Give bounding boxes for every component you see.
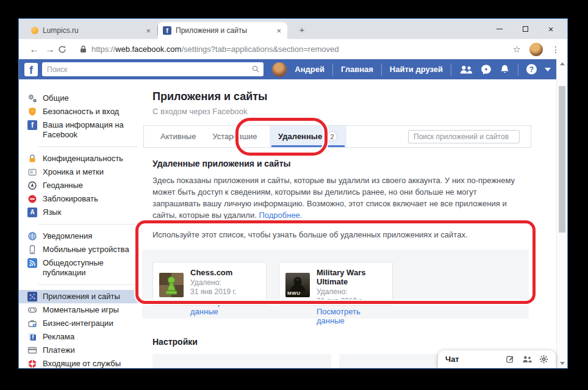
sidebar-item-language[interactable]: A Язык (19, 206, 138, 219)
user-avatar[interactable] (272, 62, 287, 77)
reload-icon[interactable] (58, 45, 74, 54)
maximize-icon (523, 26, 528, 32)
find-friends-link[interactable]: Найти друзей (390, 65, 443, 74)
sidebar-item-apps-websites[interactable]: Приложения и сайты (19, 290, 138, 303)
sidebar-item-business-integrations[interactable]: Бизнес-интеграции (19, 317, 138, 330)
sidebar-item-label: Приложения и сайты (43, 292, 120, 302)
sidebar-item-location[interactable]: Геоданные (19, 179, 138, 192)
scroll-up-icon[interactable] (560, 62, 565, 65)
shield-icon (27, 107, 37, 117)
back-icon[interactable]: ← (26, 44, 42, 54)
header-divider (332, 63, 333, 76)
browser-menu-icon[interactable]: ⋮ (551, 45, 560, 54)
sidebar-item-mobile[interactable]: Мобильные устройства (19, 243, 138, 256)
messenger-icon[interactable] (481, 64, 492, 75)
header-divider (381, 63, 382, 76)
minimize-icon (497, 29, 503, 29)
sidebar-item-your-facebook-information[interactable]: f Ваша информация на Facebook (19, 118, 138, 142)
lock-icon (27, 154, 37, 164)
url-path: /settings?tab=applications&section=remov… (181, 45, 339, 54)
facebook-logo-icon[interactable]: f (24, 63, 38, 76)
facebook-search-input[interactable] (42, 62, 264, 76)
tab-close-icon[interactable]: × (145, 26, 152, 35)
annotation-removed-tab-highlight (235, 118, 328, 156)
new-tab-button[interactable]: + (295, 23, 309, 35)
contacts-icon[interactable] (522, 355, 532, 363)
view-data-link[interactable]: Посмотреть данные (317, 307, 386, 325)
sidebar-item-general[interactable]: Общие (19, 92, 138, 105)
sidebar-item-payments[interactable]: Платежи (19, 344, 138, 357)
sidebar-divider (38, 284, 138, 285)
page-title: Приложения и сайты (152, 90, 556, 103)
credit-card-icon (27, 345, 37, 355)
chat-panel[interactable]: Чат (438, 350, 556, 368)
settings-section-heading: Настройки (152, 337, 556, 347)
chat-settings-gear-icon[interactable] (539, 355, 548, 364)
settings-sidebar: Общие Безопасность и вход f Ваша информа… (19, 79, 138, 368)
apps-grid-icon (27, 292, 37, 302)
browser-profile-avatar[interactable] (529, 43, 543, 56)
page-subtitle: С входом через Facebook (152, 107, 556, 116)
sidebar-item-security[interactable]: Безопасность и вход (19, 105, 138, 118)
description-text: Здесь показаны приложения и сайты, котор… (152, 176, 515, 220)
close-button[interactable]: × (538, 19, 564, 39)
browser-urlbar: ← → https://web.facebook.com/settings?ta… (19, 39, 567, 59)
browser-window: Lumpics.ru × f Приложения и сайты × + × … (18, 18, 568, 369)
sidebar-item-notifications[interactable]: Уведомления (19, 229, 138, 243)
scrollbar-thumb[interactable] (559, 86, 565, 233)
sidebar-item-public-posts[interactable]: Общедоступные публикации (19, 256, 138, 280)
facebook-header: f Андрей Главная Найти друзей (19, 59, 556, 79)
tab-active-apps[interactable]: Активные (160, 126, 196, 147)
sidebar-item-label: Хроника и метки (43, 167, 104, 177)
globe-icon (27, 231, 37, 241)
facebook-favicon-icon: f (163, 26, 171, 35)
url-text[interactable]: https://web.facebook.com/settings?tab=ap… (91, 45, 339, 54)
notifications-bell-icon[interactable] (500, 64, 510, 74)
scroll-down-icon[interactable] (560, 362, 565, 365)
rss-icon (27, 258, 37, 268)
sidebar-item-label: Общие (43, 93, 69, 103)
lifebuoy-icon (27, 359, 37, 369)
chat-label: Чат (445, 355, 498, 364)
facebook-search (42, 62, 264, 76)
home-link[interactable]: Главная (341, 65, 373, 74)
tab-title: Приложения и сайты (176, 26, 271, 35)
sidebar-item-label: Мобильные устройства (43, 245, 129, 255)
browser-tab-lumpics[interactable]: Lumpics.ru × (26, 23, 157, 38)
sidebar-item-blocking[interactable]: Заблокировать (19, 192, 138, 206)
sidebar-item-instant-games[interactable]: Моментальные игры (19, 303, 138, 317)
new-message-icon[interactable] (506, 355, 515, 364)
bookmark-star-icon[interactable]: ☆ (513, 44, 521, 55)
language-icon: A (27, 208, 37, 217)
chevron-down-icon[interactable] (545, 68, 551, 71)
sidebar-item-label: Моментальные игры (43, 305, 119, 315)
page-scrollbar[interactable] (556, 59, 567, 368)
browser-tab-facebook[interactable]: f Приложения и сайты × (158, 22, 287, 39)
header-divider (451, 63, 451, 76)
tab-close-icon[interactable]: × (275, 26, 282, 35)
settings-card-apps-websites-games[interactable]: Приложения, сайты и игры (152, 354, 331, 369)
facebook-header-right: Андрей Главная Найти друзей ? (272, 62, 551, 77)
forward-icon[interactable]: → (42, 44, 58, 54)
sidebar-item-label: Безопасность и вход (43, 107, 119, 117)
sidebar-item-label: Общедоступные публикации (43, 258, 133, 278)
removed-section-heading: Удаленные приложения и сайты (152, 159, 556, 168)
apps-search-input[interactable] (408, 130, 520, 143)
browser-tabstrip: Lumpics.ru × f Приложения и сайты × + × (19, 19, 567, 39)
maximize-button[interactable] (512, 19, 538, 39)
sidebar-item-label: Геоданные (43, 181, 83, 190)
search-icon (252, 65, 259, 73)
sidebar-item-label: Заблокировать (43, 194, 98, 204)
sidebar-item-support-inbox[interactable]: Входящие от службы поддержки (19, 357, 138, 369)
sidebar-item-ads[interactable]: Реклама (19, 330, 138, 344)
sidebar-item-timeline-tagging[interactable]: Хроника и метки (19, 165, 138, 179)
user-name-link[interactable]: Андрей (295, 65, 324, 74)
minimize-button[interactable] (487, 19, 512, 39)
lumpics-favicon-icon (31, 27, 38, 34)
phone-icon (27, 245, 37, 255)
friend-requests-icon[interactable] (459, 65, 473, 74)
sidebar-item-privacy[interactable]: Конфиденциальность (19, 152, 138, 165)
help-icon[interactable]: ? (526, 64, 537, 74)
compass-icon (27, 181, 37, 190)
learn-more-link[interactable]: Подробнее. (259, 211, 302, 220)
